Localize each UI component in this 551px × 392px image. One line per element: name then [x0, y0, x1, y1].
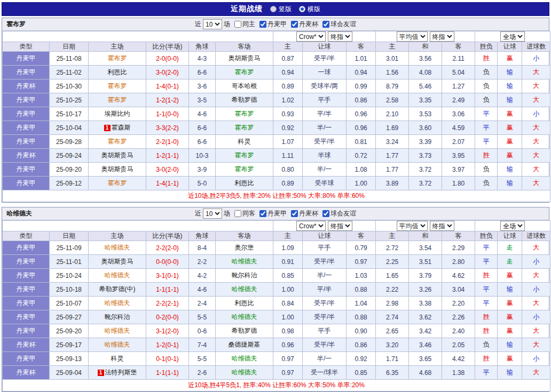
home-team-name[interactable]: 霍布罗 [108, 54, 127, 62]
asia-stage-select[interactable]: 终指 [328, 221, 352, 231]
same-venue-filter[interactable]: 同客 [232, 209, 255, 218]
home-team-name[interactable]: 霍布罗 [108, 82, 127, 90]
score-cell[interactable]: 0-1(0-1) [146, 352, 189, 366]
league-type-cell[interactable]: 丹麦甲 [3, 93, 50, 107]
league-type-cell[interactable]: 丹麦甲 [3, 283, 50, 297]
score-cell[interactable]: 2-2(2-1) [146, 297, 189, 310]
league-filter[interactable]: 丹麦杯 [288, 20, 318, 29]
radio-unselected-icon[interactable] [270, 6, 277, 12]
asia-company-select[interactable]: Crow* [296, 221, 326, 231]
away-team-name[interactable]: 靴尔科治 [232, 271, 257, 279]
scope-select[interactable]: 全场 [500, 31, 525, 42]
away-team-name[interactable]: 利恩比 [235, 179, 254, 187]
league-filter[interactable]: 球会友谊 [320, 20, 356, 29]
league-type-cell[interactable]: 丹麦甲 [3, 135, 50, 149]
score-cell[interactable]: 0-2(0-0) [146, 310, 189, 324]
match-count-select[interactable]: 10 [203, 209, 222, 219]
league-filter[interactable]: 丹麦甲 [257, 20, 287, 29]
away-team-name[interactable]: 霍布罗 [235, 110, 254, 117]
score-cell[interactable]: 2-2(1-0) [146, 135, 189, 149]
euro-stage-select[interactable]: 终指 [430, 221, 454, 231]
home-team-name[interactable]: 哈维德夫 [105, 271, 130, 279]
home-team-name[interactable]: 奥胡斯贵马 [101, 258, 133, 265]
score-cell[interactable]: 3-3(2-2) [146, 121, 189, 135]
score-cell[interactable]: 1-1(1-1) [146, 283, 189, 297]
same-venue-filter[interactable]: 同主 [232, 20, 255, 29]
euro-stage-select[interactable]: 终指 [430, 31, 454, 42]
league-type-cell[interactable]: 丹麦甲 [3, 255, 50, 269]
away-team-name[interactable]: 霍布罗 [235, 124, 254, 131]
league-type-cell[interactable]: 丹麦杯 [3, 79, 50, 93]
league-type-cell[interactable]: 丹麦甲 [3, 324, 50, 338]
league-type-cell[interactable]: 丹麦甲 [3, 121, 50, 135]
home-team-name[interactable]: 霍布罗 [108, 96, 127, 103]
league-filter[interactable]: 球会友谊 [320, 209, 356, 218]
away-team-name[interactable]: 利恩比 [235, 299, 254, 307]
score-cell[interactable]: 0-0(0-0) [146, 255, 189, 269]
score-cell[interactable]: 1-4(0-1) [146, 79, 189, 93]
asia-stage-select[interactable]: 终指 [328, 31, 352, 42]
away-team-name[interactable]: 哥本哈根 [232, 82, 257, 90]
league-type-cell[interactable]: 丹麦杯 [3, 149, 50, 163]
home-team-name[interactable]: 哈维德夫 [105, 341, 130, 348]
league-type-cell[interactable]: 丹麦甲 [3, 269, 50, 283]
match-count-select[interactable]: 10 [203, 19, 222, 29]
league-checkbox[interactable] [291, 210, 298, 217]
league-type-cell[interactable]: 丹麦甲 [3, 310, 50, 324]
score-cell[interactable]: 1-1(1-1) [146, 366, 189, 380]
home-team-name[interactable]: 奥胡斯贵马 [101, 151, 133, 159]
away-team-name[interactable]: 霍布罗 [235, 165, 254, 173]
euro-company-select[interactable]: 平均值 [397, 221, 428, 231]
home-team-name[interactable]: 靴尔科治 [105, 313, 130, 321]
league-type-cell[interactable]: 丹麦甲 [3, 107, 50, 121]
league-checkbox[interactable] [322, 210, 329, 217]
home-team-name[interactable]: 利恩比 [108, 68, 127, 76]
score-cell[interactable]: 2-2(2-0) [146, 241, 189, 255]
home-team-name[interactable]: 希勒罗德(中) [99, 285, 136, 293]
score-cell[interactable]: 3-0(2-0) [146, 163, 189, 177]
same-venue-checkbox[interactable] [234, 210, 241, 217]
score-cell[interactable]: 1-2(1-1) [146, 149, 189, 163]
away-team-name[interactable]: 哈维德夫 [232, 285, 257, 293]
league-filter[interactable]: 丹麦甲 [257, 209, 287, 218]
away-team-name[interactable]: 哈维德夫 [232, 369, 257, 376]
home-team-name[interactable]: 奥胡斯贵马 [101, 165, 133, 173]
away-team-name[interactable]: 哈维德夫 [232, 258, 257, 265]
away-team-name[interactable]: 希勒罗德 [232, 96, 257, 103]
away-team-name[interactable]: 科灵 [238, 138, 251, 145]
home-team-name[interactable]: 霍布罗 [108, 138, 127, 145]
away-team-name[interactable]: 希勒罗德 [232, 327, 257, 334]
layout-vertical-option[interactable]: 竖版 [270, 5, 292, 14]
league-type-cell[interactable]: 丹麦杯 [3, 338, 50, 352]
away-team-name[interactable]: 奥尔堡 [235, 244, 254, 251]
away-team-name[interactable]: 霍布罗 [235, 151, 254, 159]
score-cell[interactable]: 2-0(0-0) [146, 52, 189, 66]
league-checkbox[interactable] [259, 21, 266, 28]
score-cell[interactable]: 1-2(0-1) [146, 338, 189, 352]
home-team-name[interactable]: 霍布罗 [108, 179, 127, 187]
away-team-name[interactable]: 哈维德夫 [232, 355, 257, 362]
league-type-cell[interactable]: 丹麦杯 [3, 366, 50, 380]
league-type-cell[interactable]: 丹麦甲 [3, 163, 50, 177]
away-team-name[interactable]: 奥胡斯贵马 [229, 54, 261, 62]
home-team-name[interactable]: 哈维德夫 [105, 327, 130, 334]
home-team-name[interactable]: 哈维德夫 [105, 244, 130, 251]
league-type-cell[interactable]: 丹麦甲 [3, 66, 50, 79]
league-type-cell[interactable]: 丹麦甲 [3, 352, 50, 366]
league-type-cell[interactable]: 丹麦甲 [3, 241, 50, 255]
league-type-cell[interactable]: 丹麦甲 [3, 297, 50, 310]
score-cell[interactable]: 1-1(0-0) [146, 107, 189, 121]
home-team-name[interactable]: 哈维德夫 [105, 299, 130, 307]
score-cell[interactable]: 1-2(1-2) [146, 93, 189, 107]
away-team-name[interactable]: 霍布罗 [235, 68, 254, 76]
league-checkbox[interactable] [291, 21, 298, 28]
league-type-cell[interactable]: 丹麦甲 [3, 52, 50, 66]
same-venue-checkbox[interactable] [234, 21, 241, 28]
score-cell[interactable]: 3-0(2-0) [146, 66, 189, 79]
league-type-cell[interactable]: 丹麦甲 [3, 177, 50, 190]
home-team-name[interactable]: 霍森斯 [112, 124, 131, 131]
away-team-name[interactable]: 桑德捷斯基 [229, 341, 261, 348]
home-team-name[interactable]: 埃斯比约 [105, 110, 130, 117]
away-team-name[interactable]: 哈维德夫 [232, 313, 257, 321]
home-team-name[interactable]: 科灵 [111, 355, 124, 362]
